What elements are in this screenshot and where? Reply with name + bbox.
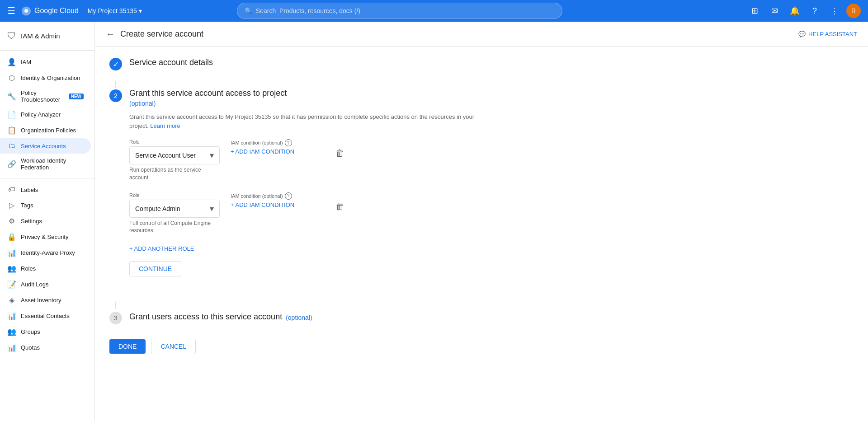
stepper-content: ✓ Service account details 2 Grant this s… <box>95 47 502 369</box>
sidebar-divider-mid <box>0 178 94 178</box>
bottom-buttons: DONE CANCEL <box>109 335 487 358</box>
google-cloud-icon <box>21 5 32 16</box>
help-icon[interactable]: ? <box>807 3 823 19</box>
iam-condition-label-2: IAM condition (optional) ? <box>231 192 321 200</box>
done-button[interactable]: DONE <box>109 339 146 354</box>
search-bar[interactable]: 🔍 <box>237 3 562 19</box>
sidebar-item-policy-analyzer[interactable]: 📄 Policy Analyzer <box>0 107 91 122</box>
top-navigation: ☰ Google Cloud My Project 35135 ▾ 🔍 ⊞ ✉ … <box>0 0 868 22</box>
sidebar-item-groups[interactable]: 👥 Groups <box>0 324 91 340</box>
step-connector-1 <box>115 81 116 89</box>
sidebar-label-policy-troubleshooter: Policy Troubleshooter <box>21 89 62 103</box>
step2-optional: (optional) <box>129 100 487 107</box>
tags-icon: ▷ <box>7 201 16 210</box>
project-name: My Project 35135 <box>88 7 137 14</box>
sidebar-item-labels[interactable]: 🏷 Labels <box>0 182 91 197</box>
sidebar-label-iam: IAM <box>21 59 31 65</box>
sidebar-item-workload-identity[interactable]: 🔗 Workload Identity Federation <box>0 154 91 174</box>
step3-content: Grant users access to this service accou… <box>129 312 312 323</box>
google-cloud-logo: Google Cloud <box>21 5 79 16</box>
workload-icon: 🔗 <box>7 160 16 168</box>
role-select-2[interactable]: Compute Admin ▾ <box>129 200 220 218</box>
step2-content: Grant this service account access to pro… <box>129 89 487 291</box>
sidebar-label-identity-org: Identity & Organization <box>21 75 80 81</box>
sidebar-item-tags[interactable]: ▷ Tags <box>0 197 91 213</box>
sidebar-item-roles[interactable]: 👥 Roles <box>0 261 91 276</box>
help-assistant-button[interactable]: 💬 HELP ASSISTANT <box>798 31 857 37</box>
role-desc-1: Run operations as the service account. <box>129 166 220 182</box>
learn-more-link[interactable]: Learn more <box>150 122 180 129</box>
iam-condition-label-1: IAM condition (optional) ? <box>231 139 321 146</box>
new-badge: NEW <box>69 94 84 99</box>
sidebar-item-service-accounts[interactable]: 🗂 Service Accounts <box>0 138 91 154</box>
sidebar-item-essential-contacts[interactable]: 📊 Essential Contacts <box>0 308 91 324</box>
role-select-1[interactable]: Service Account User ▾ <box>129 146 220 164</box>
add-another-role-link[interactable]: + ADD ANOTHER ROLE <box>129 245 487 252</box>
step1-indicator: ✓ <box>109 58 122 70</box>
sidebar-item-privacy-security[interactable]: 🔒 Privacy & Security <box>0 229 91 245</box>
step2-title: Grant this service account access to pro… <box>129 89 487 98</box>
step3-optional: (optional) <box>286 314 312 321</box>
add-iam-link-1[interactable]: + ADD IAM CONDITION <box>231 148 321 155</box>
sidebar-item-identity-org[interactable]: ⬡ Identity & Organization <box>0 70 91 86</box>
role-field-1: Role Service Account User ▾ Run operatio… <box>129 139 220 182</box>
project-dropdown-icon: ▾ <box>139 7 142 14</box>
sidebar-item-settings[interactable]: ⚙ Settings <box>0 213 91 229</box>
more-options-icon[interactable]: ⋮ <box>826 3 843 19</box>
delete-role-2-button[interactable]: 🗑 <box>332 198 348 215</box>
groups-icon: 👥 <box>7 327 16 336</box>
chevron-down-icon-2: ▾ <box>210 204 214 214</box>
iam-shield-icon: 🛡 <box>7 31 16 41</box>
step2-indicator: 2 <box>109 89 122 102</box>
sidebar-label-settings: Settings <box>21 218 42 225</box>
sidebar-item-iam[interactable]: 👤 IAM <box>0 54 91 70</box>
sidebar-title: IAM & Admin <box>21 32 60 40</box>
sidebar-item-audit-logs[interactable]: 📝 Audit Logs <box>0 276 91 292</box>
contacts-icon: 📊 <box>7 312 16 320</box>
sidebar-label-roles: Roles <box>21 265 36 272</box>
apps-icon[interactable]: ⊞ <box>747 3 763 19</box>
sidebar-item-policy-troubleshooter[interactable]: 🔧 Policy Troubleshooter NEW <box>0 86 91 107</box>
sidebar-label-identity-aware-proxy: Identity-Aware Proxy <box>21 249 75 256</box>
hamburger-icon[interactable]: ☰ <box>7 5 15 16</box>
svg-point-0 <box>24 9 28 13</box>
sidebar-label-essential-contacts: Essential Contacts <box>21 313 70 319</box>
step3-indicator: 3 <box>109 312 122 324</box>
role-desc-2: Full control of all Compute Engine resou… <box>129 220 220 235</box>
search-input[interactable] <box>256 7 555 14</box>
role-value-2: Compute Admin <box>135 205 180 212</box>
sidebar-label-labels: Labels <box>21 187 38 193</box>
iam-help-icon-1[interactable]: ? <box>285 139 292 146</box>
step1-row: ✓ Service account details <box>109 58 487 70</box>
avatar[interactable]: R <box>846 4 861 18</box>
step1-title: Service account details <box>129 58 213 67</box>
sidebar-item-quotas[interactable]: 📊 Quotas <box>0 340 91 356</box>
add-iam-link-2[interactable]: + ADD IAM CONDITION <box>231 201 321 208</box>
sidebar-item-org-policies[interactable]: 📋 Organization Policies <box>0 122 91 138</box>
back-button[interactable]: ← <box>106 29 115 39</box>
email-icon[interactable]: ✉ <box>767 3 783 19</box>
labels-icon: 🏷 <box>7 186 16 194</box>
delete-role-1-button[interactable]: 🗑 <box>332 145 348 162</box>
step1-content: Service account details <box>129 58 213 69</box>
sidebar-divider-top <box>0 50 94 51</box>
page-title: Create service account <box>120 29 203 39</box>
sidebar: 🛡 IAM & Admin 👤 IAM ⬡ Identity & Organiz… <box>0 22 95 421</box>
project-selector[interactable]: My Project 35135 ▾ <box>88 7 142 14</box>
sidebar-label-service-accounts: Service Accounts <box>21 143 66 150</box>
continue-button[interactable]: CONTINUE <box>129 261 181 276</box>
sidebar-label-policy-analyzer: Policy Analyzer <box>21 111 61 118</box>
iam-icon: 👤 <box>7 58 16 66</box>
main-content: ← Create service account 💬 HELP ASSISTAN… <box>95 22 868 421</box>
sidebar-item-identity-aware-proxy[interactable]: 📊 Identity-Aware Proxy <box>0 245 91 261</box>
sidebar-item-asset-inventory[interactable]: ◈ Asset Inventory <box>0 292 91 308</box>
sidebar-label-audit-logs: Audit Logs <box>21 281 48 288</box>
iam-condition-2: IAM condition (optional) ? + ADD IAM CON… <box>231 192 321 208</box>
nav-right: ⊞ ✉ 🔔 ? ⋮ R <box>747 3 861 19</box>
chevron-down-icon-1: ▾ <box>210 150 214 160</box>
iam-help-icon-2[interactable]: ? <box>285 192 292 200</box>
notifications-icon[interactable]: 🔔 <box>787 3 803 19</box>
step3-row: 3 Grant users access to this service acc… <box>109 311 487 324</box>
sidebar-label-privacy-security: Privacy & Security <box>21 234 68 240</box>
cancel-button[interactable]: CANCEL <box>151 339 196 354</box>
